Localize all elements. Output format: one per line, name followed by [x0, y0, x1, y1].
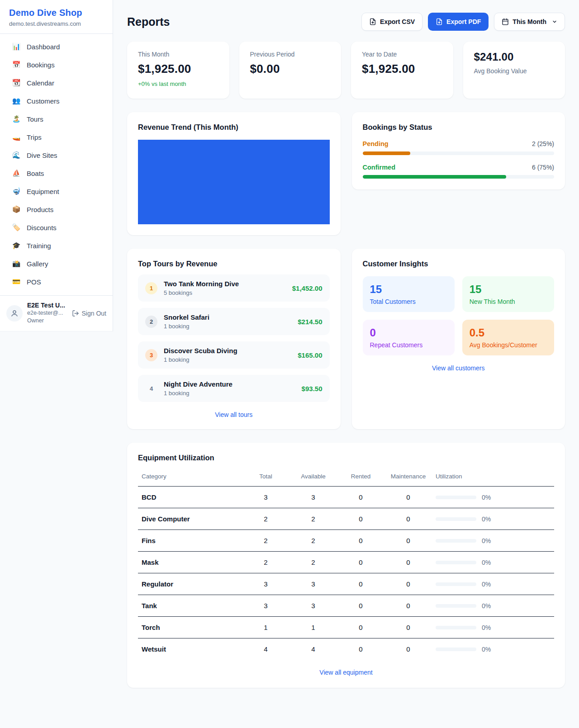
equipment-rented: 0 [337, 530, 384, 552]
insight-tile-new-this-month: 15 New This Month [462, 276, 554, 312]
tour-name: Night Dive Adventure [164, 380, 295, 388]
stat-label: Avg Booking Value [474, 67, 555, 75]
sidebar-item-training[interactable]: 🎓 Training [0, 236, 113, 255]
equipment-rented: 0 [337, 617, 384, 638]
user-name: E2E Test U... [27, 302, 65, 309]
customer-insights-card: Customer Insights 15 Total Customers 15 … [352, 249, 565, 429]
insight-value: 15 [470, 283, 547, 296]
rank-badge: 4 [145, 383, 157, 395]
insight-label: New This Month [470, 298, 547, 305]
user-role: Owner [27, 317, 65, 325]
stat-label: Year to Date [362, 51, 442, 58]
equipment-available: 3 [290, 595, 337, 617]
sidebar-item-bookings[interactable]: 📅 Bookings [0, 56, 113, 74]
period-dropdown[interactable]: This Month [494, 13, 565, 31]
tour-row: 4 Night Dive Adventure 1 booking $93.50 [138, 375, 330, 402]
utilization-percent: 0% [482, 537, 491, 544]
top-tours-card: Top Tours by Revenue 1 Two Tank Morning … [127, 249, 341, 429]
sidebar-item-equipment[interactable]: 🤿 Equipment [0, 182, 113, 200]
stat-delta: +0% vs last month [138, 80, 218, 87]
utilization-bar-track [436, 517, 476, 521]
sidebar-item-calendar[interactable]: 📆 Calendar [0, 74, 113, 92]
trips-icon: 🚤 [12, 133, 21, 141]
chevron-down-icon [552, 19, 557, 24]
main-content: Reports Export CSV Export PDF This Month… [113, 0, 579, 688]
equipment-category: Torch [138, 617, 242, 638]
sidebar-item-label: Tours [27, 115, 43, 123]
col-rented: Rented [337, 468, 384, 487]
calendar-icon [502, 18, 509, 25]
equipment-maintenance: 0 [384, 508, 432, 530]
utilization-percent: 0% [482, 581, 491, 588]
sidebar-item-trips[interactable]: 🚤 Trips [0, 128, 113, 146]
col-maintenance: Maintenance [384, 468, 432, 487]
sidebar-item-dashboard[interactable]: 📊 Dashboard [0, 38, 113, 56]
sidebar-item-discounts[interactable]: 🏷️ Discounts [0, 218, 113, 236]
equipment-rented: 0 [337, 638, 384, 660]
stats-row: This Month $1,925.00 +0% vs last month P… [127, 42, 565, 99]
tour-revenue: $93.50 [302, 385, 323, 392]
sidebar-item-dive-sites[interactable]: 🌊 Dive Sites [0, 146, 113, 164]
equipment-available: 2 [290, 530, 337, 552]
export-pdf-button[interactable]: Export PDF [428, 13, 489, 31]
equipment-total: 3 [242, 487, 290, 508]
utilization-bar-track [436, 648, 476, 651]
sidebar-item-label: Customers [27, 97, 60, 105]
equipment-total: 4 [242, 638, 290, 660]
sidebar-item-label: Bookings [27, 61, 55, 69]
view-all-customers-link[interactable]: View all customers [363, 364, 555, 372]
tour-row: 1 Two Tank Morning Dive 5 bookings $1,45… [138, 274, 330, 302]
user-info: E2E Test U... e2e-tester@... Owner [27, 302, 65, 325]
sidebar-item-products[interactable]: 📦 Products [0, 200, 113, 218]
insight-label: Total Customers [370, 298, 447, 305]
sidebar-item-tours[interactable]: 🏝️ Tours [0, 110, 113, 128]
view-all-equipment-link[interactable]: View all equipment [138, 669, 554, 676]
page-header: Reports Export CSV Export PDF This Month [127, 13, 565, 31]
sidebar-item-pos[interactable]: 💳 POS [0, 273, 113, 291]
tour-row: 3 Discover Scuba Diving 1 booking $165.0… [138, 341, 330, 369]
insight-tile-total-customers: 15 Total Customers [363, 276, 455, 312]
sidebar-item-label: Training [27, 242, 51, 250]
calendar-icon: 📆 [12, 79, 21, 87]
utilization-percent: 0% [482, 494, 491, 501]
insight-label: Avg Bookings/Customer [470, 341, 547, 349]
equipment-table: Category Total Available Rented Maintena… [138, 468, 554, 660]
sidebar-item-gallery[interactable]: 📸 Gallery [0, 255, 113, 273]
equipment-category: Tank [138, 595, 242, 617]
stat-value: $241.00 [474, 51, 555, 63]
equipment-category: Mask [138, 552, 242, 573]
status-row-pending: Pending 2 (25%) [363, 140, 555, 155]
equipment-total: 2 [242, 508, 290, 530]
dashboard-icon: 📊 [12, 43, 21, 51]
insight-grid: 15 Total Customers 15 New This Month 0 R… [363, 276, 555, 355]
export-csv-button[interactable]: Export CSV [361, 13, 422, 31]
equipment-maintenance: 0 [384, 573, 432, 595]
revenue-trend-chart [138, 140, 330, 224]
stat-label: This Month [138, 51, 218, 58]
tour-bookings: 1 booking [164, 390, 295, 397]
file-download-icon [436, 18, 443, 25]
sidebar-item-label: Dashboard [27, 43, 60, 51]
utilization-bar-track [436, 582, 476, 586]
status-count: 2 (25%) [532, 140, 554, 147]
sidebar-item-label: Dive Sites [27, 151, 57, 159]
col-total: Total [242, 468, 290, 487]
brand-block: Demo Dive Shop demo.test.divestreams.com [0, 0, 113, 34]
pos-icon: 💳 [12, 278, 21, 286]
sidebar-item-boats[interactable]: ⛵ Boats [0, 164, 113, 182]
header-actions: Export CSV Export PDF This Month [361, 13, 565, 31]
equipment-icon: 🤿 [12, 187, 21, 195]
page-title: Reports [127, 15, 170, 28]
sign-out-button[interactable]: Sign Out [72, 310, 106, 317]
insight-tile-repeat-customers: 0 Repeat Customers [363, 320, 455, 355]
equipment-available: 4 [290, 638, 337, 660]
view-all-tours-link[interactable]: View all tours [138, 411, 330, 418]
customers-icon: 👥 [12, 97, 21, 105]
sidebar-item-customers[interactable]: 👥 Customers [0, 92, 113, 110]
tour-name: Discover Scuba Diving [164, 347, 291, 355]
top-tours-title: Top Tours by Revenue [138, 260, 330, 268]
tour-name: Two Tank Morning Dive [164, 280, 286, 288]
equipment-row: Regulator 3 3 0 0 0% [138, 573, 554, 595]
utilization-percent: 0% [482, 559, 491, 566]
stat-card-avg-booking-value: $241.00 Avg Booking Value [463, 42, 565, 99]
